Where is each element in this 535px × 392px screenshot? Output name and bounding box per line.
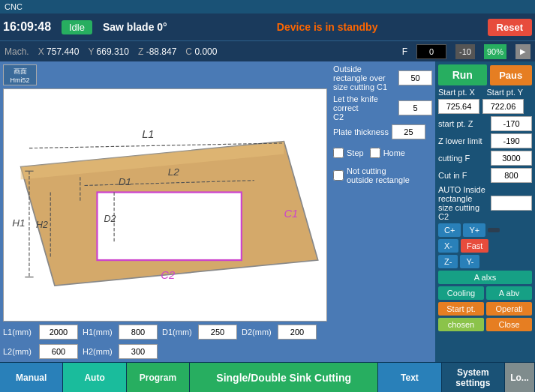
a-abv-button[interactable]: A abv (486, 286, 532, 300)
outside-rect-block: Outside rectangle oversize cutting C1 Le… (333, 64, 432, 139)
hmi-button[interactable]: 画面Hmi52 (3, 64, 37, 85)
start-pt-y-label: Start pt. Y (487, 88, 533, 97)
standby-text: Device is in standby (173, 21, 482, 33)
pause-button[interactable]: Paus (490, 65, 533, 85)
coord-bar: Mach. X 757.440 Y 669.310 Z -88.847 C 0.… (0, 40, 535, 61)
start-pt-x-input[interactable] (438, 99, 479, 114)
l1-input[interactable] (39, 325, 78, 340)
system-nav-button[interactable]: System settings (442, 363, 505, 392)
cooling-button[interactable]: Cooling (438, 286, 484, 300)
c-plus-button[interactable]: C+ (438, 223, 461, 237)
x-coord: X 757.440 (38, 46, 80, 57)
zy-row: Z- Y- (438, 255, 532, 268)
chosen-button[interactable]: chosen (438, 318, 484, 331)
svg-text:D1: D1 (119, 176, 131, 187)
svg-text:L2: L2 (168, 166, 180, 178)
auto-nav-button[interactable]: Auto (63, 363, 126, 392)
cnc-diagram: L1 L2 D1 D2 H1 H2 C1 (4, 89, 326, 321)
cut-in-f-input[interactable] (491, 168, 532, 183)
nav-bar: Manual Auto Program Single/Double Sink C… (0, 362, 535, 392)
top-bar: 16:09:48 Idle Saw blade 0° Device is in … (0, 13, 535, 40)
z-lower-row: Z lower limit (438, 133, 532, 148)
c-coord: C 0.000 (185, 46, 217, 57)
mach-label: Mach. (5, 46, 29, 57)
not-cutting-checkbox-row: Not cuttingoutside rectangle (333, 166, 432, 184)
y-minus-button[interactable]: Y- (460, 255, 479, 268)
z-lower-input[interactable] (491, 133, 532, 148)
plate-label: Plate thickness (333, 127, 389, 136)
cooling-row: Cooling A abv (438, 286, 532, 300)
d2-input[interactable] (278, 325, 317, 340)
d2-label: D2(mm) (242, 328, 275, 337)
l2-input[interactable] (39, 344, 78, 359)
start-pt-x-label: Start pt. X (438, 88, 484, 97)
z-minus-button[interactable]: Z- (438, 255, 458, 268)
d1-input[interactable] (198, 325, 237, 340)
run-button[interactable]: Run (438, 64, 487, 85)
svg-text:C1: C1 (284, 208, 298, 220)
f-percent-button[interactable]: 90% (484, 44, 506, 59)
middle-section: Outside rectangle oversize cutting C1 Le… (330, 61, 435, 362)
not-cutting-checkbox[interactable] (333, 170, 344, 181)
auto-inside-input[interactable] (491, 196, 532, 211)
h1-input[interactable] (119, 325, 158, 340)
step-home-row: Step Home (333, 148, 432, 158)
chosen-close-row: chosen Close (438, 318, 532, 331)
z-coord: Z -88.847 (138, 46, 176, 57)
not-cutting-label: Not cuttingoutside rectangle (347, 166, 410, 184)
fast-button[interactable]: Fast (461, 239, 488, 253)
z-plus-button[interactable] (488, 228, 500, 232)
d2-param: D2(mm) (242, 325, 317, 340)
app-title: CNC (5, 2, 23, 11)
knife-input[interactable] (398, 100, 432, 115)
f-input[interactable] (416, 44, 446, 59)
cy-row: C+ Y+ (438, 223, 532, 237)
f-arrow-button[interactable]: ▶ (515, 44, 530, 59)
h2-param: H2(mm) (83, 344, 158, 359)
outside-rect-input[interactable] (398, 70, 432, 85)
params-section: L1(mm) H1(mm) D1(mm) D2(mm) L2(mm) H2(mm… (3, 325, 327, 359)
y-coord: Y 669.310 (88, 46, 129, 57)
reset-button[interactable]: Reset (488, 19, 532, 36)
l2-label: L2(mm) (3, 347, 37, 356)
svg-text:L1: L1 (142, 128, 154, 140)
start-pt-z-input[interactable] (491, 116, 532, 131)
y-plus-button[interactable]: Y+ (463, 223, 485, 237)
start-pt-button[interactable]: Start pt. (438, 302, 484, 316)
h2-label: H2(mm) (83, 347, 116, 356)
cutting-nav-button[interactable]: Single/Double Sink Cutting (190, 363, 378, 392)
d1-label: D1(mm) (162, 328, 196, 337)
plate-input[interactable] (392, 124, 425, 139)
auto-inside-row: AUTO Inside rectanglesize cutting C2 (438, 185, 532, 221)
x-fast-row: X- Fast (438, 239, 532, 253)
program-nav-button[interactable]: Program (127, 363, 190, 392)
run-pause-row: Run Paus (438, 64, 532, 85)
cutting-f-input[interactable] (491, 151, 532, 166)
x-minus-button[interactable]: X- (438, 239, 458, 253)
knife-label: Let the knife correctC2 (333, 94, 395, 121)
manual-nav-button[interactable]: Manual (0, 363, 63, 392)
h2-input[interactable] (119, 344, 158, 359)
step-label: Step (347, 148, 364, 157)
start-pt-y-input[interactable] (482, 99, 524, 114)
title-bar: CNC (0, 0, 535, 13)
home-checkbox[interactable] (370, 148, 380, 158)
text-nav-button[interactable]: Text (378, 363, 441, 392)
startpt-operati-row: Start pt. Operati (438, 302, 532, 316)
a-alxs-button[interactable]: A alxs (438, 271, 532, 284)
last-nav-button[interactable]: Lo... (505, 363, 535, 392)
start-pt-row: Start pt. X Start pt. Y (438, 88, 532, 97)
status-badge: Idle (62, 20, 92, 34)
h1-label: H1(mm) (83, 328, 116, 337)
cutting-f-row: cutting F (438, 151, 532, 166)
close-button[interactable]: Close (486, 318, 532, 331)
a-alxs-row: A alxs (438, 271, 532, 284)
not-cutting-row: Not cuttingoutside rectangle (333, 166, 432, 184)
step-checkbox[interactable] (333, 148, 344, 158)
f-minus-button[interactable]: -10 (455, 44, 475, 59)
cut-in-f-label: Cut in F (438, 171, 488, 180)
l2-param: L2(mm) (3, 344, 78, 359)
operati-button[interactable]: Operati (486, 302, 532, 316)
diagram-area: L1 L2 D1 D2 H1 H2 C1 (3, 88, 327, 322)
plate-row: Plate thickness (333, 124, 432, 139)
